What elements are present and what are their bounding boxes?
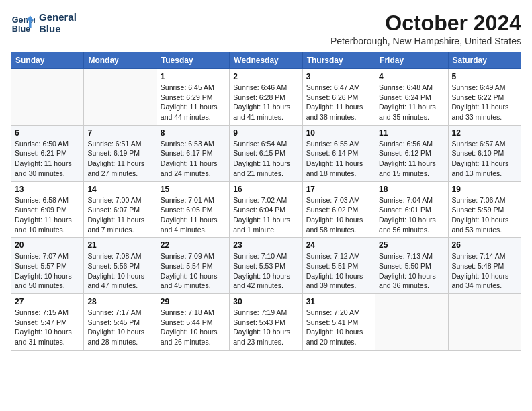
day-number: 27 xyxy=(15,297,80,306)
day-info: Sunrise: 6:55 AM Sunset: 6:14 PM Dayligh… xyxy=(306,139,371,179)
calendar-day-cell xyxy=(84,69,157,126)
day-info: Sunrise: 7:18 AM Sunset: 5:44 PM Dayligh… xyxy=(161,308,226,347)
day-number: 9 xyxy=(233,128,298,138)
day-info: Sunrise: 7:13 AM Sunset: 5:50 PM Dayligh… xyxy=(379,251,444,291)
calendar-week-row: 1Sunrise: 6:45 AM Sunset: 6:29 PM Daylig… xyxy=(11,69,521,126)
day-number: 24 xyxy=(306,240,371,250)
day-of-week-header: Sunday xyxy=(11,52,84,69)
days-of-week-row: SundayMondayTuesdayWednesdayThursdayFrid… xyxy=(11,52,521,69)
svg-text:Blue: Blue xyxy=(12,24,30,34)
day-number: 2 xyxy=(233,72,298,81)
day-info: Sunrise: 6:45 AM Sunset: 6:29 PM Dayligh… xyxy=(161,83,226,122)
day-number: 18 xyxy=(379,185,444,194)
title-block: October 2024 Peterborough, New Hampshire… xyxy=(330,11,521,46)
day-info: Sunrise: 7:15 AM Sunset: 5:47 PM Dayligh… xyxy=(15,308,80,347)
logo: General Blue General Blue xyxy=(11,11,77,35)
day-number: 17 xyxy=(306,185,371,194)
month-year: October 2024 xyxy=(330,11,521,36)
location: Peterborough, New Hampshire, United Stat… xyxy=(330,36,521,46)
day-info: Sunrise: 7:04 AM Sunset: 6:01 PM Dayligh… xyxy=(379,195,444,235)
day-info: Sunrise: 6:48 AM Sunset: 6:24 PM Dayligh… xyxy=(379,83,444,122)
day-info: Sunrise: 7:17 AM Sunset: 5:45 PM Dayligh… xyxy=(87,308,152,347)
calendar-day-cell: 25Sunrise: 7:13 AM Sunset: 5:50 PM Dayli… xyxy=(375,238,448,294)
calendar-day-cell xyxy=(448,294,521,351)
calendar-body: 1Sunrise: 6:45 AM Sunset: 6:29 PM Daylig… xyxy=(11,69,521,351)
logo-line2: Blue xyxy=(39,23,77,34)
calendar-day-cell: 14Sunrise: 7:00 AM Sunset: 6:07 PM Dayli… xyxy=(84,181,157,238)
calendar-day-cell: 24Sunrise: 7:12 AM Sunset: 5:51 PM Dayli… xyxy=(302,238,375,294)
calendar-day-cell: 19Sunrise: 7:06 AM Sunset: 5:59 PM Dayli… xyxy=(448,181,521,238)
day-number: 14 xyxy=(87,185,152,194)
day-of-week-header: Friday xyxy=(375,52,448,69)
day-number: 8 xyxy=(161,128,226,138)
calendar-week-row: 6Sunrise: 6:50 AM Sunset: 6:21 PM Daylig… xyxy=(11,125,521,181)
calendar-day-cell: 28Sunrise: 7:17 AM Sunset: 5:45 PM Dayli… xyxy=(84,294,157,351)
day-number: 3 xyxy=(306,72,371,81)
day-of-week-header: Tuesday xyxy=(157,52,229,69)
calendar-week-row: 27Sunrise: 7:15 AM Sunset: 5:47 PM Dayli… xyxy=(11,294,521,351)
day-number: 10 xyxy=(306,128,371,138)
day-info: Sunrise: 7:06 AM Sunset: 5:59 PM Dayligh… xyxy=(452,195,517,235)
calendar-day-cell xyxy=(11,69,84,126)
day-of-week-header: Thursday xyxy=(302,52,375,69)
day-info: Sunrise: 7:08 AM Sunset: 5:56 PM Dayligh… xyxy=(87,251,152,291)
day-info: Sunrise: 7:03 AM Sunset: 6:02 PM Dayligh… xyxy=(306,195,371,235)
calendar-day-cell: 1Sunrise: 6:45 AM Sunset: 6:29 PM Daylig… xyxy=(157,69,229,126)
calendar-day-cell: 29Sunrise: 7:18 AM Sunset: 5:44 PM Dayli… xyxy=(157,294,229,351)
day-of-week-header: Monday xyxy=(84,52,157,69)
day-number: 26 xyxy=(452,240,517,250)
calendar-day-cell: 22Sunrise: 7:09 AM Sunset: 5:54 PM Dayli… xyxy=(157,238,229,294)
calendar-day-cell: 4Sunrise: 6:48 AM Sunset: 6:24 PM Daylig… xyxy=(375,69,448,126)
day-info: Sunrise: 6:58 AM Sunset: 6:09 PM Dayligh… xyxy=(15,195,80,235)
day-number: 31 xyxy=(306,297,371,306)
calendar-day-cell: 11Sunrise: 6:56 AM Sunset: 6:12 PM Dayli… xyxy=(375,125,448,181)
calendar-day-cell: 9Sunrise: 6:54 AM Sunset: 6:15 PM Daylig… xyxy=(230,125,302,181)
day-number: 20 xyxy=(15,240,80,250)
page-header: General Blue General Blue October 2024 P… xyxy=(11,11,521,46)
day-number: 19 xyxy=(452,185,517,194)
day-info: Sunrise: 6:46 AM Sunset: 6:28 PM Dayligh… xyxy=(233,83,298,122)
day-number: 15 xyxy=(161,185,226,194)
calendar-day-cell: 31Sunrise: 7:20 AM Sunset: 5:41 PM Dayli… xyxy=(302,294,375,351)
day-of-week-header: Saturday xyxy=(448,52,521,69)
calendar-day-cell: 23Sunrise: 7:10 AM Sunset: 5:53 PM Dayli… xyxy=(230,238,302,294)
calendar-week-row: 13Sunrise: 6:58 AM Sunset: 6:09 PM Dayli… xyxy=(11,181,521,238)
calendar-day-cell xyxy=(375,294,448,351)
calendar-week-row: 20Sunrise: 7:07 AM Sunset: 5:57 PM Dayli… xyxy=(11,238,521,294)
day-info: Sunrise: 7:01 AM Sunset: 6:05 PM Dayligh… xyxy=(161,195,226,235)
calendar-day-cell: 27Sunrise: 7:15 AM Sunset: 5:47 PM Dayli… xyxy=(11,294,84,351)
day-info: Sunrise: 7:00 AM Sunset: 6:07 PM Dayligh… xyxy=(87,195,152,235)
day-info: Sunrise: 6:57 AM Sunset: 6:10 PM Dayligh… xyxy=(452,139,517,179)
calendar-day-cell: 6Sunrise: 6:50 AM Sunset: 6:21 PM Daylig… xyxy=(11,125,84,181)
calendar-day-cell: 12Sunrise: 6:57 AM Sunset: 6:10 PM Dayli… xyxy=(448,125,521,181)
calendar-day-cell: 15Sunrise: 7:01 AM Sunset: 6:05 PM Dayli… xyxy=(157,181,229,238)
day-number: 16 xyxy=(233,185,298,194)
day-info: Sunrise: 7:19 AM Sunset: 5:43 PM Dayligh… xyxy=(233,308,298,347)
day-number: 12 xyxy=(452,128,517,138)
calendar-day-cell: 10Sunrise: 6:55 AM Sunset: 6:14 PM Dayli… xyxy=(302,125,375,181)
day-number: 25 xyxy=(379,240,444,250)
calendar-day-cell: 16Sunrise: 7:02 AM Sunset: 6:04 PM Dayli… xyxy=(230,181,302,238)
day-info: Sunrise: 6:49 AM Sunset: 6:22 PM Dayligh… xyxy=(452,83,517,122)
calendar-day-cell: 7Sunrise: 6:51 AM Sunset: 6:19 PM Daylig… xyxy=(84,125,157,181)
day-info: Sunrise: 6:53 AM Sunset: 6:17 PM Dayligh… xyxy=(161,139,226,179)
day-number: 28 xyxy=(87,297,152,306)
day-number: 22 xyxy=(161,240,226,250)
day-number: 11 xyxy=(379,128,444,138)
day-info: Sunrise: 6:56 AM Sunset: 6:12 PM Dayligh… xyxy=(379,139,444,179)
day-info: Sunrise: 7:10 AM Sunset: 5:53 PM Dayligh… xyxy=(233,251,298,291)
day-number: 7 xyxy=(87,128,152,138)
day-info: Sunrise: 7:14 AM Sunset: 5:48 PM Dayligh… xyxy=(452,251,517,291)
day-info: Sunrise: 6:50 AM Sunset: 6:21 PM Dayligh… xyxy=(15,139,80,179)
calendar-day-cell: 13Sunrise: 6:58 AM Sunset: 6:09 PM Dayli… xyxy=(11,181,84,238)
calendar-day-cell: 2Sunrise: 6:46 AM Sunset: 6:28 PM Daylig… xyxy=(230,69,302,126)
day-number: 29 xyxy=(161,297,226,306)
day-number: 6 xyxy=(15,128,80,138)
day-number: 30 xyxy=(233,297,298,306)
day-number: 4 xyxy=(379,72,444,81)
day-number: 23 xyxy=(233,240,298,250)
logo-icon: General Blue xyxy=(11,11,35,35)
day-info: Sunrise: 6:54 AM Sunset: 6:15 PM Dayligh… xyxy=(233,139,298,179)
calendar-day-cell: 18Sunrise: 7:04 AM Sunset: 6:01 PM Dayli… xyxy=(375,181,448,238)
day-number: 13 xyxy=(15,185,80,194)
